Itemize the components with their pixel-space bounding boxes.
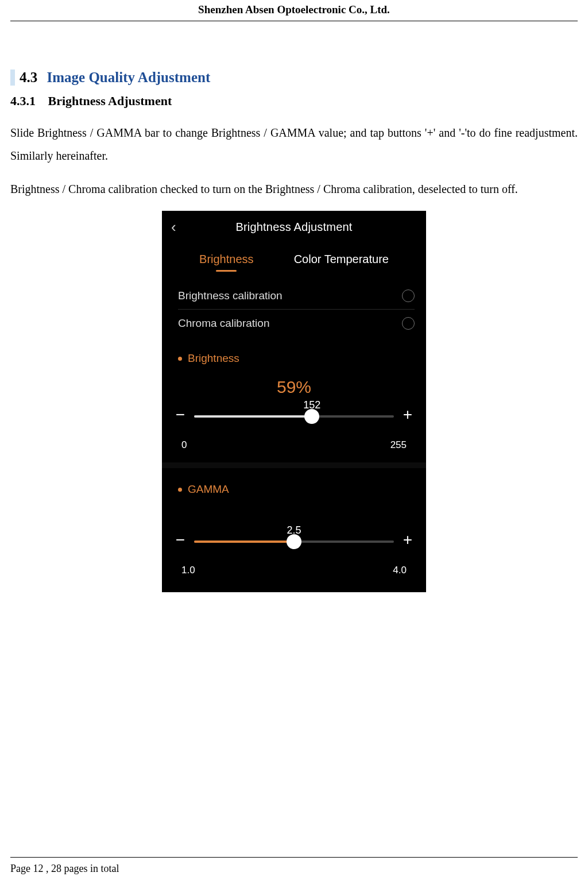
gamma-slider[interactable]: 2.5 — [194, 527, 394, 553]
paragraph-2: Brightness / Chroma calibration checked … — [10, 177, 578, 200]
tab-color-temperature[interactable]: Color Temperature — [294, 253, 389, 272]
heading-4-3: 4.3 Image Quality Adjustment — [10, 70, 578, 86]
gamma-track-fill — [194, 541, 294, 543]
back-icon[interactable]: ‹ — [171, 218, 176, 236]
section-gamma-label: GAMMA — [188, 483, 229, 496]
radio-brightness-calibration[interactable] — [402, 289, 415, 302]
tab-brightness[interactable]: Brightness — [199, 253, 254, 272]
footer-rule — [10, 857, 578, 858]
brightness-range: 0 255 — [181, 439, 407, 451]
paragraph-1: Slide Brightness / GAMMA bar to change B… — [10, 121, 578, 167]
row-chroma-calibration-label: Chroma calibration — [178, 317, 269, 330]
phone-titlebar: ‹ Brightness Adjustment — [162, 211, 426, 243]
phone-screenshot: ‹ Brightness Adjustment Brightness Color… — [162, 211, 426, 592]
brightness-percent: 59% — [162, 377, 426, 397]
heading-4-3-title: Image Quality Adjustment — [47, 70, 211, 85]
heading-4-3-number: 4.3 — [20, 70, 37, 85]
heading-4-3-1-number: 4.3.1 — [10, 94, 36, 108]
section-gamma: GAMMA — [162, 468, 426, 496]
row-brightness-calibration[interactable]: Brightness calibration — [178, 282, 415, 310]
radio-chroma-calibration[interactable] — [402, 317, 415, 330]
brightness-slider[interactable]: 152 — [194, 402, 394, 428]
gamma-plus-button[interactable]: + — [402, 531, 413, 549]
page-footer: Page 12 , 28 pages in total — [10, 863, 119, 875]
gamma-range: 1.0 4.0 — [181, 565, 407, 576]
row-brightness-calibration-label: Brightness calibration — [178, 289, 283, 302]
brightness-thumb[interactable] — [304, 409, 319, 424]
brightness-min: 0 — [181, 439, 187, 451]
section-brightness-label: Brightness — [188, 352, 239, 365]
row-chroma-calibration[interactable]: Chroma calibration — [178, 310, 415, 337]
brightness-minus-button[interactable]: − — [175, 406, 186, 424]
section-brightness: Brightness — [162, 337, 426, 365]
gamma-thumb[interactable] — [287, 534, 301, 549]
gamma-max: 4.0 — [393, 565, 407, 576]
gamma-min: 1.0 — [181, 565, 195, 576]
heading-4-3-1: 4.3.1 Brightness Adjustment — [10, 94, 578, 109]
bullet-icon — [178, 488, 182, 492]
brightness-plus-button[interactable]: + — [402, 406, 413, 424]
gamma-minus-button[interactable]: − — [175, 531, 186, 549]
brightness-max: 255 — [390, 439, 407, 451]
bullet-icon — [178, 357, 182, 361]
company-header: Shenzhen Absen Optoelectronic Co., Ltd. — [10, 0, 578, 16]
phone-title: Brightness Adjustment — [235, 221, 352, 234]
brightness-track-fill — [194, 415, 312, 418]
heading-4-3-1-title: Brightness Adjustment — [48, 94, 172, 108]
tab-bar: Brightness Color Temperature — [162, 243, 426, 272]
calibration-list: Brightness calibration Chroma calibratio… — [178, 282, 415, 337]
section-divider — [162, 462, 426, 468]
